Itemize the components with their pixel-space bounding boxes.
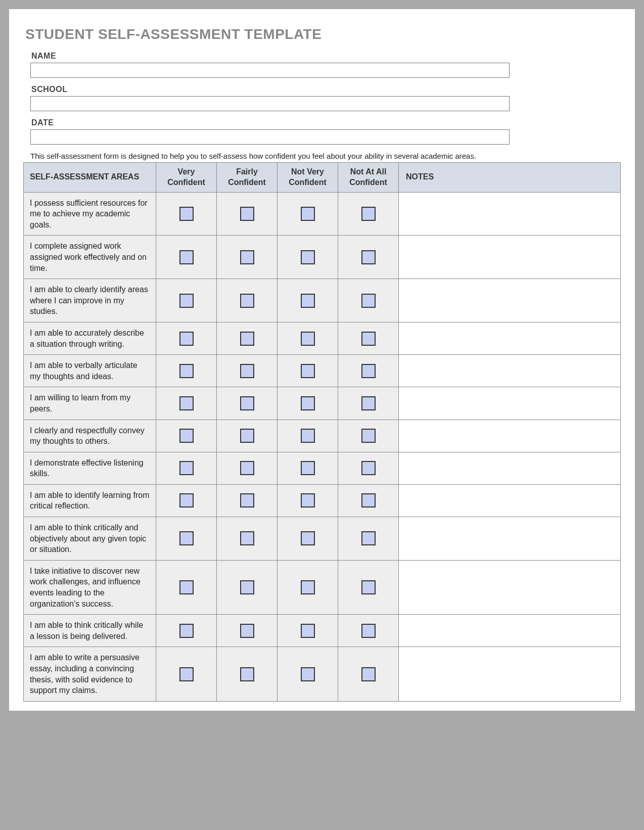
notes-cell[interactable]: [399, 355, 621, 387]
checkbox-very[interactable]: [179, 364, 194, 378]
notes-cell[interactable]: [399, 387, 621, 420]
checkbox-cell-not-at-all: [338, 560, 399, 614]
checkbox-very[interactable]: [179, 580, 194, 594]
checkbox-not-very[interactable]: [301, 332, 315, 346]
checkbox-very[interactable]: [179, 624, 194, 638]
checkbox-cell-fairly: [217, 279, 278, 322]
checkbox-fairly[interactable]: [240, 667, 254, 681]
checkbox-cell-not-very: [278, 517, 338, 561]
checkbox-cell-very: [156, 420, 217, 452]
checkbox-fairly[interactable]: [240, 364, 254, 378]
checkbox-not-at-all[interactable]: [361, 207, 376, 221]
name-field-row: NAME: [30, 52, 510, 78]
notes-cell[interactable]: [399, 322, 621, 354]
table-row: I take initiative to discover new work c…: [24, 560, 621, 614]
checkbox-cell-not-at-all: [338, 452, 399, 484]
checkbox-not-very[interactable]: [301, 531, 315, 545]
checkbox-not-very[interactable]: [301, 667, 315, 681]
checkbox-fairly[interactable]: [240, 250, 254, 264]
checkbox-very[interactable]: [179, 461, 194, 475]
checkbox-not-very[interactable]: [301, 624, 315, 638]
table-header-row: SELF-ASSESSMENT AREAS Very Confident Fai…: [24, 163, 621, 193]
checkbox-cell-not-very: [278, 484, 338, 517]
notes-cell[interactable]: [399, 647, 621, 701]
checkbox-very[interactable]: [179, 250, 194, 264]
notes-cell[interactable]: [399, 192, 621, 236]
checkbox-not-very[interactable]: [301, 493, 315, 508]
checkbox-cell-very: [156, 452, 217, 484]
checkbox-very[interactable]: [179, 531, 194, 545]
checkbox-very[interactable]: [179, 493, 194, 508]
checkbox-not-at-all[interactable]: [361, 580, 376, 594]
checkbox-not-at-all[interactable]: [361, 624, 376, 638]
checkbox-very[interactable]: [179, 667, 194, 681]
checkbox-cell-very: [156, 647, 217, 701]
checkbox-not-at-all[interactable]: [361, 667, 376, 681]
checkbox-very[interactable]: [179, 396, 194, 410]
checkbox-not-at-all[interactable]: [361, 250, 376, 264]
checkbox-not-very[interactable]: [301, 580, 315, 594]
notes-cell[interactable]: [399, 517, 621, 561]
checkbox-cell-not-at-all: [338, 647, 399, 701]
checkbox-fairly[interactable]: [240, 493, 254, 508]
checkbox-not-at-all[interactable]: [361, 531, 376, 545]
checkbox-cell-not-very: [278, 647, 338, 701]
col-header-notes: NOTES: [399, 163, 621, 193]
checkbox-not-very[interactable]: [301, 250, 315, 264]
checkbox-fairly[interactable]: [240, 580, 254, 594]
notes-cell[interactable]: [399, 615, 621, 647]
checkbox-fairly[interactable]: [240, 207, 254, 221]
checkbox-cell-fairly: [217, 387, 278, 420]
checkbox-fairly[interactable]: [240, 332, 254, 346]
checkbox-not-at-all[interactable]: [361, 493, 376, 508]
assessment-table: SELF-ASSESSMENT AREAS Very Confident Fai…: [23, 162, 621, 702]
notes-cell[interactable]: [399, 452, 621, 484]
checkbox-very[interactable]: [179, 429, 194, 443]
checkbox-not-at-all[interactable]: [361, 461, 376, 475]
checkbox-cell-very: [156, 355, 217, 387]
checkbox-cell-not-at-all: [338, 236, 399, 279]
checkbox-fairly[interactable]: [240, 294, 254, 308]
checkbox-cell-not-at-all: [338, 192, 399, 236]
date-input[interactable]: [30, 129, 510, 145]
checkbox-cell-fairly: [217, 452, 278, 484]
checkbox-not-at-all[interactable]: [361, 429, 376, 443]
checkbox-not-at-all[interactable]: [361, 364, 376, 378]
checkbox-fairly[interactable]: [240, 624, 254, 638]
checkbox-not-very[interactable]: [301, 429, 315, 443]
school-input[interactable]: [30, 96, 510, 111]
notes-cell[interactable]: [399, 420, 621, 452]
checkbox-cell-very: [156, 484, 217, 517]
checkbox-very[interactable]: [179, 332, 194, 346]
checkbox-not-very[interactable]: [301, 396, 315, 410]
table-row: I am able to identify learning from crit…: [24, 484, 621, 517]
notes-cell[interactable]: [399, 236, 621, 279]
checkbox-not-at-all[interactable]: [361, 294, 376, 308]
checkbox-not-at-all[interactable]: [361, 332, 376, 346]
table-row: I am willing to learn from my peers.: [24, 387, 621, 420]
checkbox-fairly[interactable]: [240, 461, 254, 475]
table-row: I demonstrate effective listening skills…: [24, 452, 621, 484]
checkbox-cell-not-at-all: [338, 517, 399, 561]
checkbox-fairly[interactable]: [240, 396, 254, 410]
checkbox-very[interactable]: [179, 207, 194, 221]
checkbox-not-at-all[interactable]: [361, 396, 376, 410]
notes-cell[interactable]: [399, 560, 621, 614]
checkbox-not-very[interactable]: [301, 294, 315, 308]
date-label: DATE: [31, 118, 510, 127]
checkbox-cell-not-at-all: [338, 420, 399, 452]
checkbox-very[interactable]: [179, 294, 194, 308]
checkbox-fairly[interactable]: [240, 429, 254, 443]
checkbox-cell-not-very: [278, 192, 338, 236]
notes-cell[interactable]: [399, 484, 621, 517]
col-header-not-at-all-confident: Not At All Confident: [338, 163, 399, 193]
checkbox-not-very[interactable]: [301, 461, 315, 475]
checkbox-not-very[interactable]: [301, 207, 315, 221]
checkbox-fairly[interactable]: [240, 531, 254, 545]
area-cell: I am willing to learn from my peers.: [24, 387, 156, 420]
checkbox-not-very[interactable]: [301, 364, 315, 378]
col-header-not-very-confident: Not Very Confident: [278, 163, 338, 193]
table-row: I complete assigned work assigned work e…: [24, 236, 621, 279]
notes-cell[interactable]: [399, 279, 621, 322]
name-input[interactable]: [30, 63, 510, 78]
